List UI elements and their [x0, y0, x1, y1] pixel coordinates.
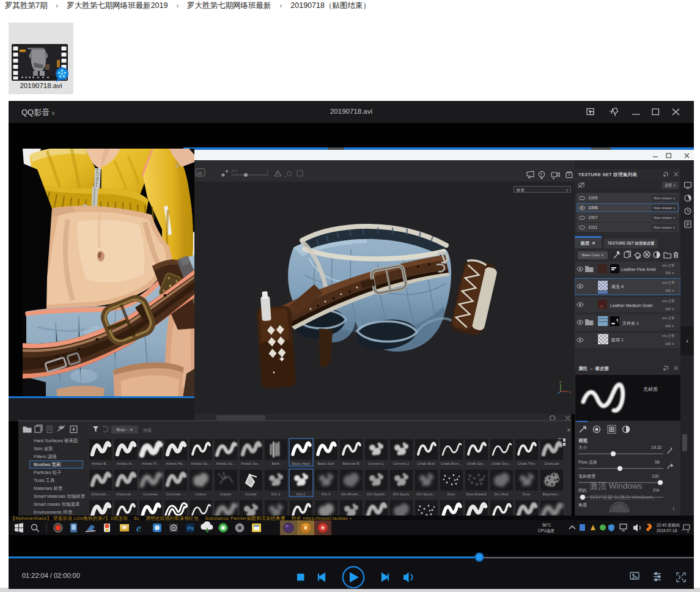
svg-text:Dirt Spots: Dirt Spots — [393, 492, 409, 496]
svg-text:Dirt Brush...: Dirt Brush... — [341, 492, 361, 496]
svg-text:nro 正常: nro 正常 — [662, 334, 674, 338]
svg-text:nro 正常: nro 正常 — [662, 316, 674, 320]
svg-text:100 ∨: 100 ∨ — [665, 289, 674, 292]
svg-text:56°C: 56°C — [542, 523, 551, 527]
svg-text:Artistic H...: Artistic H... — [116, 462, 134, 465]
svg-text:Cracks: Cracks — [220, 492, 232, 496]
svg-text:100 ∨: 100 ∨ — [665, 307, 674, 311]
svg-text:Artistic Sc...: Artistic Sc... — [216, 462, 235, 465]
svg-text:文件夹 1: 文件夹 1 — [622, 320, 639, 326]
svg-text:Artistic B...: Artistic B... — [92, 462, 109, 465]
svg-text:Basic Soft: Basic Soft — [317, 462, 334, 465]
svg-text:100: 100 — [652, 474, 659, 478]
svg-text:19.32: 19.32 — [651, 445, 662, 450]
svg-text:10: 10 — [197, 171, 202, 176]
svg-text:Concrete ...: Concrete ... — [166, 492, 185, 496]
svg-text:CPU温度: CPU温度 — [538, 528, 554, 533]
svg-text:Ps: Ps — [188, 525, 194, 531]
svg-text:Chalk Bold: Chalk Bold — [417, 462, 435, 465]
svg-text:?: ? — [540, 172, 542, 177]
svg-text:22:40 星期四: 22:40 星期四 — [657, 523, 680, 527]
svg-text:Artistic Sa...: Artistic Sa... — [191, 462, 210, 465]
svg-text:Chalk Thin: Chalk Thin — [518, 462, 536, 465]
svg-text:2%: 2% — [653, 488, 659, 492]
svg-text:Dirt 1: Dirt 1 — [271, 492, 281, 496]
svg-text:1: 1 — [672, 506, 675, 511]
svg-text:角度: 角度 — [578, 503, 587, 508]
svg-text:1: 1 — [687, 530, 689, 533]
svg-text:nro 正常: nro 正常 — [662, 299, 674, 303]
svg-text:Dirt 3: Dirt 3 — [322, 492, 331, 496]
svg-text:Basic Hard: Basic Hard — [292, 462, 309, 465]
svg-text:大小: 大小 — [231, 169, 238, 172]
svg-text:1: 1 — [267, 169, 269, 173]
svg-text:Flow 流量: Flow 流量 — [578, 460, 597, 465]
svg-text:e: e — [136, 522, 141, 534]
svg-text:Crystal: Crystal — [245, 492, 257, 496]
svg-text:nro 正常: nro 正常 — [662, 281, 674, 284]
svg-text:100 ∨: 100 ∨ — [665, 271, 674, 275]
svg-text:Chalk Stro...: Chalk Stro... — [491, 462, 511, 465]
svg-text:Dirt Spots...: Dirt Spots... — [416, 492, 436, 496]
svg-text:Chalk Bum...: Chalk Bum... — [441, 462, 462, 465]
svg-text:100 ∨: 100 ∨ — [665, 324, 674, 328]
svg-text:Dirt Splash: Dirt Splash — [367, 492, 385, 496]
svg-text:Charcoal ...: Charcoal ... — [91, 492, 110, 496]
svg-text:Concrete: Concrete — [143, 492, 158, 496]
svg-text:Cement 2: Cement 2 — [393, 462, 410, 465]
svg-text:Artistic Pa...: Artistic Pa... — [166, 462, 185, 465]
svg-text:Leather Medium Grain: Leather Medium Grain — [610, 303, 653, 308]
svg-text:nro 正常: nro 正常 — [662, 264, 674, 267]
svg-text:Leather Fine 4x4d: Leather Fine 4x4d — [621, 267, 656, 272]
svg-text:Charcoal: Charcoal — [544, 462, 559, 465]
svg-text:2019-07-18: 2019-07-18 — [657, 528, 677, 533]
svg-text:Dry Mud: Dry Mud — [495, 492, 509, 496]
svg-text:x: x — [569, 390, 571, 394]
svg-text:间距: 间距 — [578, 488, 587, 493]
svg-text:Chalk Spr...: Chalk Spr... — [466, 462, 485, 465]
svg-text:转到"设置"以激活 Windows。: 转到"设置"以激活 Windows。 — [590, 494, 658, 500]
svg-text:Elephant...: Elephant... — [543, 492, 561, 496]
svg-text:Dust: Dust — [523, 492, 531, 496]
svg-text:Cotton: Cotton — [195, 492, 206, 496]
svg-text:笔刷硬度: 笔刷硬度 — [578, 474, 595, 479]
svg-text:Basmati B: Basmati B — [342, 462, 359, 465]
svg-text:Bark: Bark — [272, 462, 280, 465]
svg-text:Dots: Dots — [448, 492, 455, 496]
svg-text:Dots Erased: Dots Erased — [466, 492, 486, 496]
svg-text:激活 Windows: 激活 Windows — [589, 481, 643, 490]
svg-text:96: 96 — [655, 460, 660, 464]
svg-text:Charcoal ...: Charcoal ... — [116, 492, 135, 496]
svg-text:100 ∨: 100 ∨ — [665, 342, 674, 346]
svg-text:Artistic Se...: Artistic Se... — [241, 462, 260, 465]
svg-text:填充 4: 填充 4 — [611, 284, 624, 289]
svg-text:Dirt 2: Dirt 2 — [297, 492, 306, 496]
svg-text:大小: 大小 — [578, 445, 587, 450]
svg-text:图层 1: 图层 1 — [611, 338, 624, 342]
svg-text:Artistic P...: Artistic P... — [142, 462, 159, 465]
svg-text:Cement 1: Cement 1 — [368, 462, 385, 465]
svg-text:y: y — [559, 380, 561, 383]
